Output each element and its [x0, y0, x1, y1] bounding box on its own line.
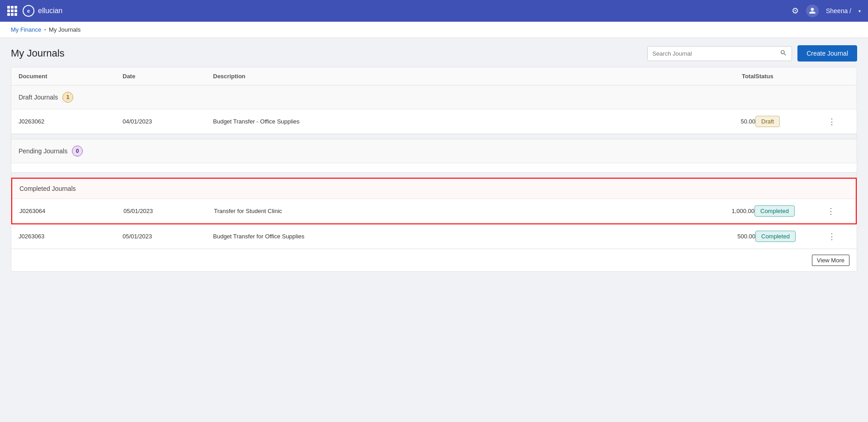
view-more-row: View More	[11, 249, 857, 271]
draft-journals-section-row: Draft Journals 1	[11, 85, 857, 109]
kebab-menu-icon[interactable]: ⋮	[828, 117, 836, 126]
pending-journals-section-row: Pending Journals 0	[11, 139, 857, 163]
topnav: e ellucian ⚙ Sheena / ▾	[0, 0, 868, 22]
topnav-right: ⚙ Sheena / ▾	[792, 5, 861, 17]
table-row: J0263064 05/01/2023 Transfer for Student…	[12, 199, 856, 223]
cell-total: 50.00	[683, 118, 755, 125]
cell-total: 500.00	[683, 233, 755, 240]
header-date: Date	[123, 73, 213, 80]
gear-icon[interactable]: ⚙	[792, 6, 799, 16]
draft-journals-label: Draft Journals	[19, 94, 58, 101]
cell-document: J0263064	[19, 208, 123, 214]
cell-kebab[interactable]: ⋮	[828, 117, 849, 127]
cell-description: Budget Transfer - Office Supplies	[213, 118, 683, 125]
pending-spacer	[11, 163, 857, 172]
table-row: J0263062 04/01/2023 Budget Transfer - Of…	[11, 109, 857, 134]
header-total: Total	[683, 73, 755, 80]
header-status: Status	[755, 73, 828, 80]
cell-kebab[interactable]: ⋮	[828, 232, 849, 242]
topnav-left: e ellucian	[7, 5, 62, 17]
header-document: Document	[19, 73, 123, 80]
cell-total: 1,000.00	[682, 208, 754, 214]
cell-kebab[interactable]: ⋮	[827, 206, 849, 216]
cell-status: Draft	[755, 116, 828, 127]
pending-count-badge: 0	[72, 146, 83, 156]
search-input[interactable]	[652, 50, 780, 57]
user-name[interactable]: Sheena /	[826, 7, 851, 14]
logo-text: ellucian	[38, 7, 62, 15]
topnav-logo: e ellucian	[23, 5, 62, 17]
page-title: My Journals	[11, 47, 65, 59]
status-badge: Completed	[754, 205, 795, 217]
status-badge: Draft	[755, 116, 780, 127]
breadcrumb: My Finance ● My Journals	[0, 22, 868, 38]
cell-status: Completed	[754, 205, 827, 217]
draft-count-badge: 1	[62, 92, 73, 103]
header-actions	[828, 73, 849, 80]
completed-journals-section: Completed Journals J0263064 05/01/2023 T…	[11, 178, 857, 224]
section-gap-1	[11, 134, 857, 139]
cell-description: Transfer for Student Clinic	[214, 208, 682, 214]
search-box[interactable]	[647, 46, 792, 61]
view-more-button[interactable]: View More	[812, 255, 849, 266]
cell-document: J0263062	[19, 118, 123, 125]
journals-table: Document Date Description Total Status D…	[11, 67, 857, 272]
breadcrumb-separator: ●	[44, 28, 46, 32]
grid-icon[interactable]	[7, 6, 17, 16]
cell-date: 05/01/2023	[123, 208, 214, 214]
table-header-row: Document Date Description Total Status	[11, 67, 857, 85]
completed-journals-section-row: Completed Journals	[12, 179, 856, 199]
cell-document: J0263063	[19, 233, 123, 240]
user-avatar[interactable]	[806, 5, 819, 17]
header-description: Description	[213, 73, 683, 80]
cell-date: 05/01/2023	[123, 233, 213, 240]
cell-status: Completed	[755, 231, 828, 242]
cell-description: Budget Transfer for Office Supplies	[213, 233, 683, 240]
cell-date: 04/01/2023	[123, 118, 213, 125]
main-content: Document Date Description Total Status D…	[0, 67, 868, 283]
header-actions: Create Journal	[647, 45, 857, 62]
chevron-down-icon[interactable]: ▾	[859, 9, 861, 14]
logo-circle: e	[23, 5, 34, 17]
search-icon	[780, 49, 787, 58]
table-row: J0263063 05/01/2023 Budget Transfer for …	[11, 224, 857, 249]
breadcrumb-current: My Journals	[49, 26, 81, 33]
kebab-menu-icon[interactable]: ⋮	[828, 232, 836, 241]
pending-journals-label: Pending Journals	[19, 147, 67, 155]
completed-journals-label: Completed Journals	[19, 185, 76, 192]
section-gap-2	[11, 172, 857, 178]
breadcrumb-myfinance-link[interactable]: My Finance	[11, 26, 41, 33]
status-badge: Completed	[755, 231, 796, 242]
create-journal-button[interactable]: Create Journal	[797, 45, 857, 62]
page-header: My Journals Create Journal	[0, 38, 868, 67]
kebab-menu-icon[interactable]: ⋮	[827, 207, 835, 216]
